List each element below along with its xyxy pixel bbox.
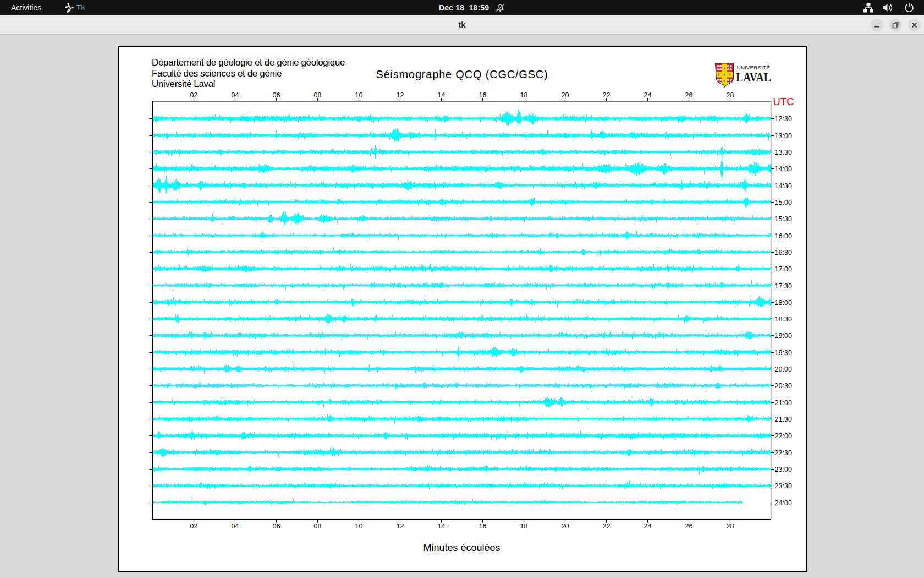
- svg-text:14:30: 14:30: [775, 182, 792, 190]
- svg-text:15:00: 15:00: [775, 199, 792, 206]
- svg-text:14: 14: [438, 91, 446, 99]
- svg-text:28: 28: [727, 91, 734, 99]
- svg-text:04: 04: [232, 91, 239, 99]
- svg-text:18:00: 18:00: [775, 299, 792, 307]
- svg-text:10: 10: [355, 522, 363, 530]
- svg-text:19:30: 19:30: [775, 349, 792, 357]
- svg-text:20: 20: [562, 522, 569, 530]
- svg-text:24: 24: [644, 522, 652, 530]
- svg-text:12: 12: [397, 91, 404, 99]
- svg-text:12:30: 12:30: [775, 115, 792, 123]
- svg-text:15:30: 15:30: [775, 215, 792, 223]
- svg-text:14:00: 14:00: [775, 165, 792, 173]
- svg-text:14: 14: [438, 522, 446, 530]
- svg-text:08: 08: [314, 522, 322, 530]
- svg-text:23:30: 23:30: [775, 482, 792, 490]
- svg-text:13:00: 13:00: [775, 132, 792, 140]
- svg-text:22: 22: [603, 91, 610, 99]
- svg-text:16: 16: [479, 522, 487, 530]
- svg-text:16:00: 16:00: [775, 232, 792, 240]
- svg-text:26: 26: [685, 91, 693, 99]
- svg-text:22: 22: [603, 522, 610, 530]
- svg-text:22:00: 22:00: [775, 432, 792, 440]
- svg-text:04: 04: [232, 522, 239, 530]
- svg-text:22:30: 22:30: [775, 449, 792, 457]
- svg-text:20:00: 20:00: [775, 366, 792, 373]
- svg-text:16:30: 16:30: [775, 249, 792, 257]
- svg-text:20:30: 20:30: [775, 382, 792, 390]
- svg-text:21:00: 21:00: [775, 399, 792, 407]
- svg-text:19:00: 19:00: [775, 332, 792, 340]
- svg-text:18: 18: [520, 522, 528, 530]
- svg-text:10: 10: [355, 91, 363, 99]
- svg-text:24:00: 24:00: [775, 499, 792, 507]
- svg-text:23:00: 23:00: [775, 466, 792, 473]
- svg-text:UTC: UTC: [773, 96, 794, 107]
- svg-text:02: 02: [190, 522, 198, 530]
- svg-text:18:30: 18:30: [775, 315, 792, 323]
- svg-text:LAVAL: LAVAL: [736, 70, 771, 84]
- svg-text:28: 28: [727, 522, 734, 530]
- svg-text:17:00: 17:00: [775, 265, 792, 273]
- svg-text:06: 06: [273, 522, 280, 530]
- svg-text:Minutes écoulées: Minutes écoulées: [423, 542, 500, 553]
- svg-text:18: 18: [520, 91, 528, 99]
- svg-text:16: 16: [479, 91, 487, 99]
- svg-text:20: 20: [562, 91, 569, 99]
- svg-text:17:30: 17:30: [775, 282, 792, 290]
- svg-text:12: 12: [397, 522, 404, 530]
- svg-text:08: 08: [314, 91, 322, 99]
- svg-text:24: 24: [644, 91, 652, 99]
- svg-text:06: 06: [273, 91, 280, 99]
- svg-text:26: 26: [685, 522, 693, 530]
- svg-text:13:30: 13:30: [775, 149, 792, 156]
- svg-text:02: 02: [190, 91, 198, 99]
- svg-text:21:30: 21:30: [775, 416, 792, 423]
